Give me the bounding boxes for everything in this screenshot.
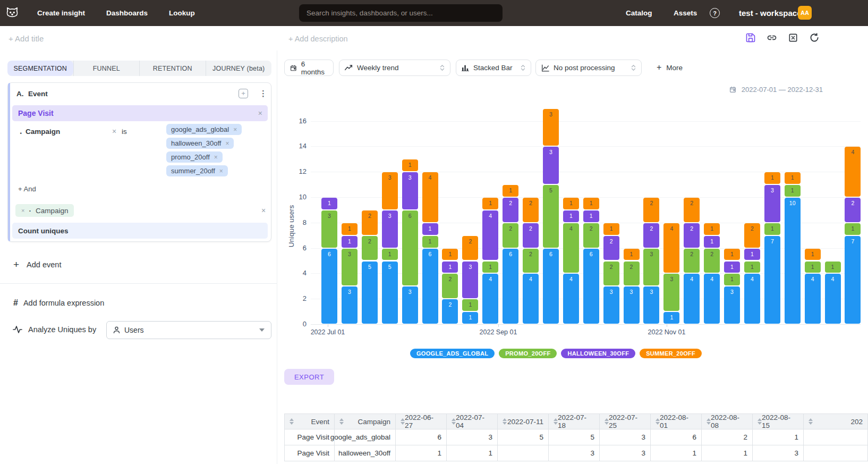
bar-value-label: 1 xyxy=(624,251,640,257)
add-title-field[interactable]: + Add title xyxy=(8,34,44,43)
filter-property[interactable]: Campaign xyxy=(25,128,60,136)
sort-icon[interactable] xyxy=(554,418,558,425)
close-square-icon[interactable] xyxy=(788,32,798,43)
export-button[interactable]: EXPORT xyxy=(284,369,334,385)
gridline xyxy=(311,121,861,122)
remove-event-icon[interactable]: × xyxy=(258,109,262,117)
add-description-field[interactable]: + Add description xyxy=(288,35,348,43)
panel-divider xyxy=(277,50,277,464)
date-range-button[interactable]: 6 months xyxy=(284,60,334,76)
legend-pill[interactable]: PROMO_20OFF xyxy=(499,349,557,358)
bar-value-label: 1 xyxy=(342,225,358,232)
bar-value-label: 1 xyxy=(462,301,478,308)
add-and-condition[interactable]: + And xyxy=(18,185,36,193)
hash-icon: # xyxy=(13,298,18,308)
filter-value-label: summer_20off xyxy=(171,167,215,175)
analyze-by-select[interactable]: Users xyxy=(106,321,271,339)
workspace-name[interactable]: test - workspace xyxy=(739,9,802,18)
bar-value-label: 1 xyxy=(704,238,720,244)
filter-bullet: · xyxy=(20,129,22,138)
add-event-button[interactable]: + Add event xyxy=(13,259,61,271)
tab-funnel[interactable]: FUNNEL xyxy=(73,61,140,76)
nav-dashboards[interactable]: Dashboards xyxy=(106,9,148,17)
save-icon[interactable] xyxy=(745,32,756,43)
help-icon[interactable]: ? xyxy=(710,8,720,18)
table-header-cell[interactable]: Event xyxy=(284,414,335,429)
sort-icon[interactable] xyxy=(401,418,405,425)
sort-icon[interactable] xyxy=(707,418,711,425)
tab-journey[interactable]: JOURNEY (beta) xyxy=(206,61,272,76)
event-menu-icon[interactable]: ⋮ xyxy=(259,89,267,98)
bar-value-label: 3 xyxy=(382,213,398,219)
bar-segment xyxy=(845,236,861,324)
filter-value-chip[interactable]: google_ads_global× xyxy=(166,124,242,135)
nav-create-insight[interactable]: Create insight xyxy=(37,9,85,17)
chart-type-select[interactable]: Stacked Bar xyxy=(456,60,531,76)
table-header-cell[interactable]: 2022-08-01 xyxy=(651,414,702,429)
filter-value-chip[interactable]: halloween_30off× xyxy=(166,138,234,149)
trend-select[interactable]: Weekly trend xyxy=(339,60,450,76)
sort-icon[interactable] xyxy=(605,418,609,425)
filter-operator[interactable]: is xyxy=(122,128,127,136)
table-cell: 3 xyxy=(549,445,600,461)
table-header-label: 2022-06-27 xyxy=(405,414,441,429)
event-select-row[interactable]: Page Visit × xyxy=(12,105,268,121)
legend-pill[interactable]: HALLOWEEN_30OFF xyxy=(561,349,635,358)
filter-value-chip[interactable]: summer_20off× xyxy=(166,165,228,176)
bar-value-label: 2 xyxy=(744,225,760,232)
table-header-cell[interactable]: 2022-08-15 xyxy=(753,414,804,429)
bar-segment xyxy=(785,198,801,324)
filter-value-chip[interactable]: promo_20off× xyxy=(166,151,223,163)
bar-value-label: 5 xyxy=(362,264,378,270)
search-input[interactable] xyxy=(299,4,503,22)
add-filter-icon[interactable]: + xyxy=(239,89,248,98)
sort-icon[interactable] xyxy=(758,418,762,425)
more-button[interactable]: + More xyxy=(657,63,683,72)
remove-filter-icon[interactable]: × xyxy=(112,127,116,136)
bar-value-label: 6 xyxy=(583,251,599,257)
remove-breakdown-icon[interactable]: × xyxy=(21,207,24,214)
sort-icon[interactable] xyxy=(503,418,507,425)
table-cell xyxy=(804,429,868,445)
post-processing-select[interactable]: No post processing xyxy=(535,60,642,76)
aggregation-row[interactable]: Count uniques xyxy=(12,223,268,239)
sort-icon[interactable] xyxy=(656,418,660,425)
nav-lookup[interactable]: Lookup xyxy=(169,9,195,17)
table-header-cell[interactable]: 2022-07-18 xyxy=(549,414,600,429)
remove-breakdown-row-icon[interactable]: × xyxy=(261,206,266,215)
table-header-cell[interactable]: 2022-07-11 xyxy=(498,414,549,429)
remove-value-icon[interactable]: × xyxy=(219,167,223,175)
remove-value-icon[interactable]: × xyxy=(214,154,218,161)
tab-retention[interactable]: RETENTION xyxy=(139,61,206,76)
app-logo-cat-icon[interactable] xyxy=(5,6,19,20)
bar-value-label: 3 xyxy=(663,276,679,282)
bar-segment xyxy=(583,249,599,324)
nav-assets[interactable]: Assets xyxy=(674,9,697,17)
filter-chip-list: google_ads_global×halloween_30off×promo_… xyxy=(166,124,246,176)
bar-value-label: 1 xyxy=(724,264,740,270)
legend-pill[interactable]: GOOGLE_ADS_GLOBAL xyxy=(410,349,495,358)
add-formula-button[interactable]: # Add formula expression xyxy=(13,298,104,308)
nav-catalog[interactable]: Catalog xyxy=(626,9,652,17)
remove-value-icon[interactable]: × xyxy=(233,126,237,133)
section-divider xyxy=(0,283,277,284)
table-header-cell[interactable]: 2022-07-25 xyxy=(600,414,651,429)
sort-icon[interactable] xyxy=(809,418,813,425)
table-header-cell[interactable]: 2022-06-27 xyxy=(396,414,447,429)
bar-value-label: 1 xyxy=(724,251,740,257)
sort-icon[interactable] xyxy=(339,418,344,425)
sort-icon[interactable] xyxy=(290,418,294,425)
legend-pill[interactable]: SUMMER_20OFF xyxy=(640,349,702,358)
table-header-cell[interactable]: 2022-07-04 xyxy=(447,414,498,429)
chart-date-range[interactable]: 2022-07-01 — 2022-12-31 xyxy=(729,86,823,94)
table-header-cell[interactable]: 2022-08-08 xyxy=(702,414,753,429)
share-link-icon[interactable] xyxy=(767,32,777,43)
refresh-icon[interactable] xyxy=(809,32,820,43)
table-header-cell[interactable]: 202 xyxy=(804,414,868,429)
tab-segmentation[interactable]: SEGMENTATION xyxy=(7,61,73,76)
breakdown-chip[interactable]: × · Campaign xyxy=(15,204,74,217)
avatar[interactable]: AA xyxy=(798,6,812,20)
table-header-cell[interactable]: Campaign xyxy=(335,414,396,429)
sort-icon[interactable] xyxy=(452,418,456,425)
remove-value-icon[interactable]: × xyxy=(225,140,229,147)
